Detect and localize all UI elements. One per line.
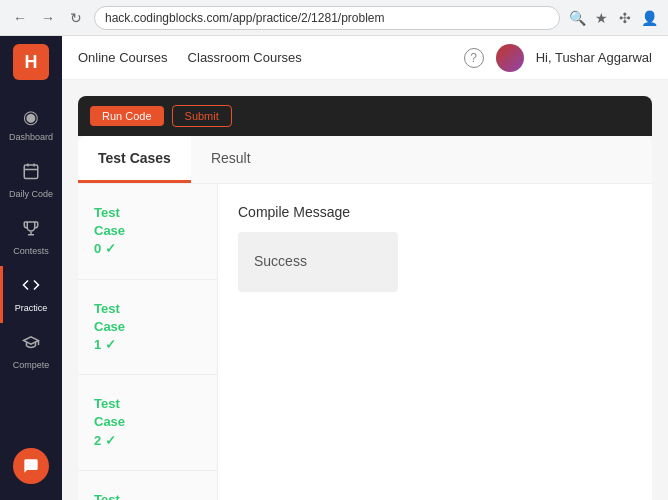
run-code-button[interactable]: Run Code bbox=[90, 106, 164, 126]
refresh-button[interactable]: ↻ bbox=[66, 8, 86, 28]
sidebar-item-dashboard[interactable]: ◉ Dashboard bbox=[0, 96, 62, 152]
compile-message-box: Success bbox=[238, 232, 398, 292]
sidebar: H ◉ Dashboard Daily Code Contests bbox=[0, 36, 62, 500]
panel-tabs: Test Cases Result bbox=[78, 136, 652, 184]
classroom-courses-link[interactable]: Classroom Courses bbox=[188, 50, 302, 65]
sidebar-item-label: Daily Code bbox=[9, 189, 53, 199]
help-button[interactable]: ? bbox=[464, 48, 484, 68]
submit-button[interactable]: Submit bbox=[172, 105, 232, 127]
test-case-name-2: TestCase2 ✓ bbox=[94, 395, 201, 450]
user-name: Hi, Tushar Aggarwal bbox=[536, 50, 652, 65]
sidebar-item-dailycode[interactable]: Daily Code bbox=[0, 152, 62, 209]
sidebar-item-label: Practice bbox=[15, 303, 48, 313]
test-case-item-1[interactable]: TestCase1 ✓ bbox=[78, 280, 217, 376]
editor-toolbar: Run Code Submit bbox=[78, 96, 652, 136]
sidebar-item-compete[interactable]: Compete bbox=[0, 323, 62, 380]
profile-icon[interactable]: 👤 bbox=[640, 9, 658, 27]
test-case-item-0[interactable]: TestCase0 ✓ bbox=[78, 184, 217, 280]
compile-message-text: Success bbox=[254, 253, 307, 269]
code-icon bbox=[22, 276, 40, 299]
extensions-icon[interactable]: ✣ bbox=[616, 9, 634, 27]
result-area: Compile Message Success bbox=[218, 184, 652, 500]
test-case-item-2[interactable]: TestCase2 ✓ bbox=[78, 375, 217, 471]
test-case-name-1: TestCase1 ✓ bbox=[94, 300, 201, 355]
main-content: Online Courses Classroom Courses ? Hi, T… bbox=[62, 36, 668, 500]
back-button[interactable]: ← bbox=[10, 8, 30, 28]
calendar-icon bbox=[22, 162, 40, 185]
content-area: Run Code Submit Test Cases Result TestCa… bbox=[62, 80, 668, 500]
tab-result[interactable]: Result bbox=[191, 136, 271, 183]
sidebar-item-label: Dashboard bbox=[9, 132, 53, 142]
check-icon-1: ✓ bbox=[105, 337, 116, 352]
sidebar-item-practice[interactable]: Practice bbox=[0, 266, 62, 323]
avatar[interactable] bbox=[496, 44, 524, 72]
online-courses-link[interactable]: Online Courses bbox=[78, 50, 168, 65]
check-icon-2: ✓ bbox=[105, 433, 116, 448]
browser-chrome: ← → ↻ hack.codingblocks.com/app/practice… bbox=[0, 0, 668, 36]
test-case-name-0: TestCase0 ✓ bbox=[94, 204, 201, 259]
dashboard-icon: ◉ bbox=[23, 106, 39, 128]
results-panel: Test Cases Result TestCase0 ✓ TestCase1 … bbox=[78, 136, 652, 500]
address-bar[interactable]: hack.codingblocks.com/app/practice/2/128… bbox=[94, 6, 560, 30]
forward-button[interactable]: → bbox=[38, 8, 58, 28]
chat-button[interactable] bbox=[13, 448, 49, 484]
sidebar-item-label: Contests bbox=[13, 246, 49, 256]
trophy-icon bbox=[22, 219, 40, 242]
check-icon-0: ✓ bbox=[105, 241, 116, 256]
svg-rect-0 bbox=[24, 165, 38, 179]
tab-test-cases[interactable]: Test Cases bbox=[78, 136, 191, 183]
test-case-name-3: TestCase3 ✓ bbox=[94, 491, 201, 500]
sidebar-item-contests[interactable]: Contests bbox=[0, 209, 62, 266]
search-icon[interactable]: 🔍 bbox=[568, 9, 586, 27]
test-case-item-3[interactable]: TestCase3 ✓ bbox=[78, 471, 217, 500]
url-text: hack.codingblocks.com/app/practice/2/128… bbox=[105, 11, 385, 25]
top-navigation: Online Courses Classroom Courses ? Hi, T… bbox=[62, 36, 668, 80]
test-cases-list: TestCase0 ✓ TestCase1 ✓ TestCase2 ✓ Test… bbox=[78, 184, 218, 500]
star-icon[interactable]: ★ bbox=[592, 9, 610, 27]
graduate-icon bbox=[22, 333, 40, 356]
sidebar-item-label: Compete bbox=[13, 360, 50, 370]
logo[interactable]: H bbox=[13, 44, 49, 80]
compile-message-label: Compile Message bbox=[238, 204, 632, 220]
panel-body: TestCase0 ✓ TestCase1 ✓ TestCase2 ✓ Test… bbox=[78, 184, 652, 500]
